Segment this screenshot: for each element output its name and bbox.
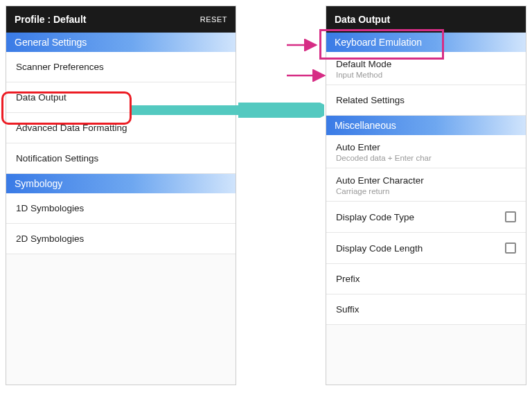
item-sublabel: Carriage return [336,187,424,195]
checkbox-display-code-length[interactable] [505,242,516,254]
item-label: Scanner Preferences [16,62,104,72]
item-label: Prefix [336,274,360,284]
item-auto-enter[interactable]: Auto Enter Decoded data + Enter char [326,135,526,168]
item-scanner-preferences[interactable]: Scanner Preferences [6,52,236,82]
item-auto-enter-character[interactable]: Auto Enter Character Carriage return [326,168,526,202]
section-miscellaneous: Miscellaneous [326,116,526,135]
item-label: 1D Symbologies [16,203,84,213]
item-1d-symbologies[interactable]: 1D Symbologies [6,193,236,224]
item-related-settings[interactable]: Related Settings [326,85,526,116]
item-label: Display Code Length [336,243,423,254]
section-general-settings: General Settings [6,33,236,52]
item-display-code-type[interactable]: Display Code Type [326,202,526,233]
item-sublabel: Input Method [336,71,391,79]
arrow-pink-icon [287,39,321,51]
item-suffix[interactable]: Suffix [326,294,526,325]
item-label: Auto Enter [336,142,432,152]
left-title: Profile : Default [15,14,86,25]
left-panel: Profile : Default RESET General Settings… [6,6,236,385]
item-label: Advanced Data Formatting [16,123,127,133]
item-sublabel: Decoded data + Enter char [336,154,432,162]
left-titlebar: Profile : Default RESET [6,6,236,33]
right-panel: Data Output Keyboard Emulation Default M… [326,6,526,385]
arrow-pink-icon [287,69,330,82]
section-keyboard-emulation: Keyboard Emulation [326,33,526,52]
item-label: Auto Enter Character [336,175,424,186]
right-title: Data Output [335,14,390,25]
item-advanced-data-formatting[interactable]: Advanced Data Formatting [6,113,236,143]
item-2d-symbologies[interactable]: 2D Symbologies [6,224,236,254]
item-label: Related Settings [336,95,405,105]
checkbox-display-code-type[interactable] [505,211,516,222]
item-default-mode[interactable]: Default Mode Input Method [326,52,526,85]
item-label: Default Mode [336,59,391,69]
right-titlebar: Data Output [326,6,526,33]
item-label: Data Output [16,92,66,103]
item-notification-settings[interactable]: Notification Settings [6,143,236,174]
item-label: Display Code Type [336,212,414,222]
reset-button[interactable]: RESET [200,15,227,24]
item-label: Suffix [336,304,360,315]
section-symbology: Symbology [6,174,236,193]
item-label: Notification Settings [16,153,98,164]
item-prefix[interactable]: Prefix [326,264,526,294]
item-data-output[interactable]: Data Output [6,82,236,113]
item-display-code-length[interactable]: Display Code Length [326,233,526,264]
item-label: 2D Symbologies [16,233,84,244]
